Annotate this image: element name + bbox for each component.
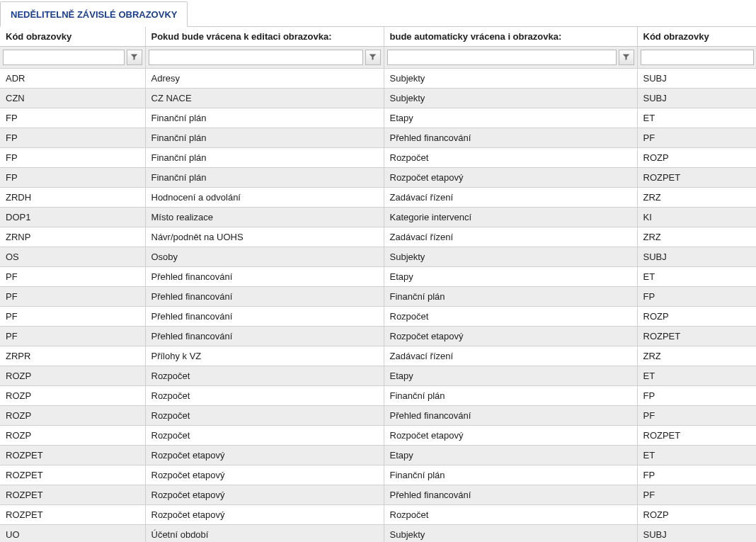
table-row[interactable]: ZRDHHodnocení a odvoláníZadávací řízeníZ… (0, 188, 756, 208)
table-row[interactable]: FPFinanční plánRozpočet etapovýROZPET (0, 168, 756, 188)
cell: ROZP (0, 426, 145, 446)
col-header-target[interactable]: bude automaticky vrácena i obrazovka: (384, 27, 637, 47)
table-row[interactable]: PFPřehled financováníFinanční plánFP (0, 287, 756, 307)
cell: FP (0, 108, 145, 128)
cell: ROZP (637, 505, 756, 525)
cell: Finanční plán (384, 287, 637, 307)
col-header-code-right[interactable]: Kód obrazovky (637, 27, 756, 47)
filter-input-col2[interactable] (149, 50, 363, 65)
cell: Přehled financování (384, 485, 637, 505)
table-row[interactable]: ADRAdresySubjektySUBJ (0, 69, 756, 89)
table-row[interactable]: DOP1Místo realizaceKategorie intervencíK… (0, 208, 756, 227)
cell: ET (637, 366, 756, 386)
table-row[interactable]: PFPřehled financováníRozpočet etapovýROZ… (0, 327, 756, 346)
cell: Rozpočet (384, 148, 637, 168)
filter-input-col4[interactable] (641, 50, 754, 65)
filter-input-col1[interactable] (3, 50, 125, 65)
cell: Adresy (145, 69, 384, 89)
cell: Rozpočet etapový (145, 485, 384, 505)
col-header-code-left[interactable]: Kód obrazovky (0, 27, 145, 47)
table-row[interactable]: ZRNPNávr/podnět na UOHSZadávací řízeníZR… (0, 227, 756, 247)
cell: ET (637, 446, 756, 465)
cell: Přehled financování (145, 327, 384, 346)
table-row[interactable]: ROZPRozpočetEtapyET (0, 366, 756, 386)
cell: ROZP (637, 148, 756, 168)
table-row[interactable]: ROZPRozpočetPřehled financováníPF (0, 406, 756, 426)
cell: ET (637, 108, 756, 128)
table-row[interactable]: FPFinanční plánPřehled financováníPF (0, 128, 756, 148)
filter-button-col3[interactable] (619, 50, 634, 65)
table-row[interactable]: CZNCZ NACESubjektySUBJ (0, 89, 756, 108)
cell: ZRNP (0, 227, 145, 247)
table-row[interactable]: FPFinanční plánEtapyET (0, 108, 756, 128)
table-row[interactable]: ZRPRPřílohy k VZZadávací řízeníZRZ (0, 346, 756, 366)
cell: Hodnocení a odvolání (145, 188, 384, 208)
cell: ZRZ (637, 227, 756, 247)
cell: Rozpočet (384, 505, 637, 525)
grid-header-row: Kód obrazovky Pokud bude vrácena k edita… (0, 27, 756, 47)
cell: Přehled financování (384, 406, 637, 426)
tab-dependent-screens[interactable]: NEDĚLITELNĚ ZÁVISLÉ OBRAZOVKY (0, 1, 188, 27)
cell: Rozpočet (145, 406, 384, 426)
cell: CZN (0, 89, 145, 108)
cell: Etapy (384, 108, 637, 128)
cell: Rozpočet (145, 386, 384, 406)
cell: PF (637, 485, 756, 505)
cell: Rozpočet etapový (384, 426, 637, 446)
cell: Etapy (384, 267, 637, 287)
cell: ZRZ (637, 346, 756, 366)
cell: PF (637, 128, 756, 148)
cell: SUBJ (637, 247, 756, 267)
table-row[interactable]: FPFinanční plánRozpočetROZP (0, 148, 756, 168)
cell: Návr/podnět na UOHS (145, 227, 384, 247)
cell: Rozpočet etapový (145, 446, 384, 465)
col-header-source[interactable]: Pokud bude vrácena k editaci obrazovka: (145, 27, 384, 47)
cell: Zadávací řízení (384, 188, 637, 208)
cell: FP (637, 287, 756, 307)
table-row[interactable]: ROZPETRozpočet etapovýRozpočetROZP (0, 505, 756, 525)
table-row[interactable]: PFPřehled financováníEtapyET (0, 267, 756, 287)
cell: ROZPET (637, 327, 756, 346)
cell: ZRPR (0, 346, 145, 366)
table-row[interactable]: OSOsobySubjektySUBJ (0, 247, 756, 267)
table-row[interactable]: PFPřehled financováníRozpočetROZP (0, 307, 756, 327)
cell: Přehled financování (145, 267, 384, 287)
cell: Rozpočet (384, 307, 637, 327)
cell: ROZPET (0, 485, 145, 505)
dependent-screens-grid: Kód obrazovky Pokud bude vrácena k edita… (0, 27, 756, 542)
table-row[interactable]: ROZPRozpočetRozpočet etapovýROZPET (0, 426, 756, 446)
table-row[interactable]: ROZPETRozpočet etapovýPřehled financován… (0, 485, 756, 505)
filter-button-col2[interactable] (365, 50, 381, 65)
table-row[interactable]: ROZPRozpočetFinanční plánFP (0, 386, 756, 406)
cell: FP (637, 465, 756, 485)
cell: CZ NACE (145, 89, 384, 108)
cell: ET (637, 267, 756, 287)
cell: Účetní období (145, 525, 384, 543)
cell: Finanční plán (145, 168, 384, 188)
cell: Rozpočet (145, 366, 384, 386)
filter-button-col1[interactable] (127, 50, 142, 65)
cell: FP (0, 168, 145, 188)
cell: Finanční plán (384, 465, 637, 485)
cell: FP (637, 386, 756, 406)
grid-filter-row (0, 47, 756, 69)
cell: PF (0, 267, 145, 287)
cell: ROZPET (637, 168, 756, 188)
table-row[interactable]: ROZPETRozpočet etapovýFinanční plánFP (0, 465, 756, 485)
table-row[interactable]: ROZPETRozpočet etapovýEtapyET (0, 446, 756, 465)
cell: Místo realizace (145, 208, 384, 227)
cell: Přehled financování (384, 128, 637, 148)
cell: ROZPET (0, 465, 145, 485)
cell: Subjekty (384, 247, 637, 267)
funnel-icon (369, 52, 377, 63)
cell: Etapy (384, 446, 637, 465)
cell: ROZP (0, 366, 145, 386)
cell: Finanční plán (384, 386, 637, 406)
filter-input-col3[interactable] (387, 50, 617, 65)
cell: Zadávací řízení (384, 346, 637, 366)
cell: ROZP (0, 386, 145, 406)
cell: Finanční plán (145, 128, 384, 148)
table-row[interactable]: UOÚčetní obdobíSubjektySUBJ (0, 525, 756, 543)
cell: FP (0, 148, 145, 168)
cell: SUBJ (637, 525, 756, 543)
